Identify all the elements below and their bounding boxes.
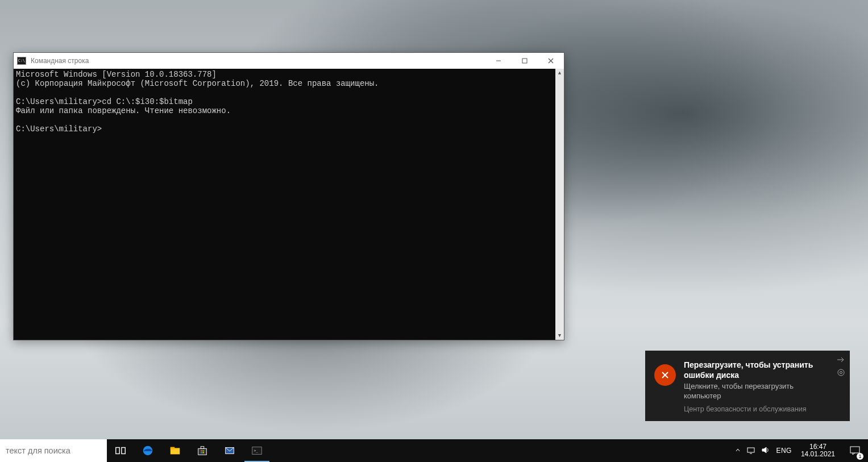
maximize-button[interactable] — [512, 53, 538, 69]
svg-rect-9 — [116, 448, 119, 454]
svg-rect-10 — [122, 448, 125, 454]
toast-settings-icon[interactable] — [836, 368, 845, 377]
store-icon[interactable] — [189, 439, 216, 462]
terminal-line: C:\Users\military> — [16, 124, 102, 134]
svg-rect-19 — [202, 452, 203, 453]
svg-rect-26 — [850, 447, 859, 453]
svg-text:>_: >_ — [254, 448, 259, 453]
svg-rect-14 — [198, 448, 207, 455]
search-placeholder: текст для поиска — [6, 446, 70, 455]
cmd-window[interactable]: C:\ Командная строка Microsoft Windows [… — [13, 52, 564, 340]
taskbar: текст для поиска >_ ENG 16:47 14.01.2021 — [0, 439, 868, 462]
search-input[interactable]: текст для поиска — [0, 439, 107, 462]
minimize-button[interactable] — [485, 53, 512, 69]
svg-rect-16 — [201, 450, 202, 451]
svg-rect-15 — [201, 447, 204, 449]
window-title: Командная строка — [31, 57, 89, 65]
mail-icon[interactable] — [216, 439, 243, 462]
svg-rect-18 — [201, 452, 202, 453]
clock[interactable]: 16:47 14.01.2021 — [798, 443, 838, 458]
clock-date: 14.01.2021 — [801, 451, 835, 458]
window-controls — [485, 53, 564, 69]
volume-icon[interactable] — [761, 446, 770, 456]
terminal-line: C:\Users\military>cd C:\:$i30:$bitmap — [16, 97, 193, 106]
cmd-app-icon: C:\ — [17, 57, 26, 65]
network-icon[interactable] — [746, 446, 755, 456]
terminal-line: Файл или папка повреждены. Чтение невозм… — [16, 106, 231, 115]
svg-rect-17 — [202, 450, 203, 451]
error-icon — [654, 364, 676, 386]
toast-arrow-icon[interactable] — [836, 355, 845, 364]
toast-source: Центр безопасности и обслуживания — [684, 405, 830, 413]
svg-rect-13 — [171, 447, 175, 449]
close-button[interactable] — [538, 53, 564, 69]
task-view-button[interactable] — [107, 439, 134, 462]
taskbar-spacer — [271, 439, 729, 462]
notification-toast[interactable]: Перезагрузите, чтобы устранить ошибки ди… — [645, 351, 850, 421]
notification-count-badge: 1 — [857, 453, 863, 460]
toast-content: Перезагрузите, чтобы устранить ошибки ди… — [684, 360, 841, 413]
svg-marker-25 — [762, 447, 766, 453]
system-tray: ENG 16:47 14.01.2021 — [729, 439, 842, 462]
svg-rect-1 — [522, 59, 527, 63]
edge-browser-icon[interactable] — [134, 439, 161, 462]
svg-point-7 — [840, 371, 842, 373]
toast-subtitle: Щелкните, чтобы перезагрузить компьютер — [684, 381, 830, 401]
svg-point-8 — [838, 369, 844, 376]
cmd-taskbar-icon[interactable]: >_ — [243, 439, 271, 462]
terminal-line: Microsoft Windows [Version 10.0.18363.77… — [16, 70, 217, 79]
titlebar[interactable]: C:\ Командная строка — [14, 53, 564, 69]
terminal-body[interactable]: Microsoft Windows [Version 10.0.18363.77… — [14, 69, 564, 340]
svg-rect-23 — [747, 448, 754, 452]
action-center-button[interactable]: 1 — [842, 439, 868, 462]
toast-title: Перезагрузите, чтобы устранить ошибки ди… — [684, 360, 830, 380]
scrollbar[interactable]: ▲ ▼ — [555, 69, 564, 340]
file-explorer-icon[interactable] — [161, 439, 189, 462]
scroll-up-icon[interactable]: ▲ — [555, 69, 564, 77]
scroll-down-icon[interactable]: ▼ — [555, 331, 564, 340]
language-indicator[interactable]: ENG — [776, 447, 792, 455]
terminal-line: (c) Корпорация Майкрософт (Microsoft Cor… — [16, 79, 379, 88]
tray-overflow-icon[interactable] — [735, 447, 741, 454]
